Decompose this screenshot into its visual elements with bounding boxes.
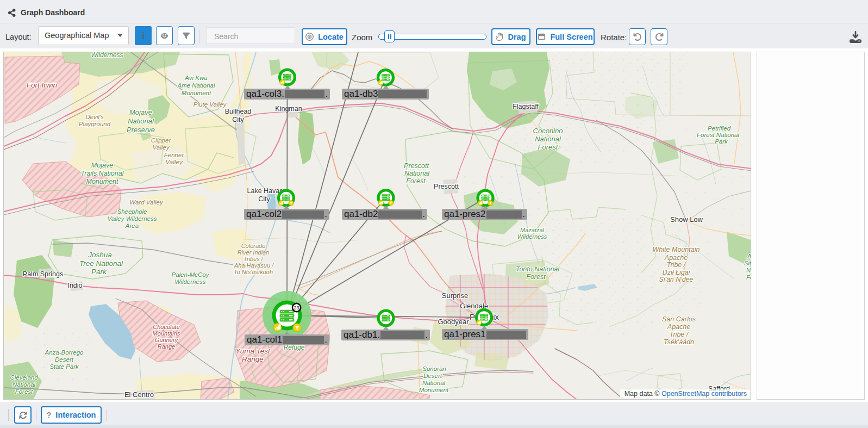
svg-text:Yuma Test: Yuma Test (235, 347, 271, 355)
svg-text:Chocolate: Chocolate (153, 324, 180, 330)
svg-text:Gunnery: Gunnery (155, 337, 179, 343)
svg-text:National: National (13, 381, 36, 388)
svg-text:Monument: Monument (419, 387, 449, 393)
svg-text:Sheephole: Sheephole (117, 208, 147, 215)
svg-text:City: City (232, 116, 244, 123)
svg-text:Tonto National: Tonto National (516, 265, 560, 273)
svg-text:Tsék'áádn: Tsék'áádn (664, 338, 694, 346)
svg-text:City: City (258, 195, 270, 203)
svg-text:Playground: Playground (79, 121, 111, 127)
svg-text:National: National (422, 380, 446, 386)
svg-text:Valley Wilderness: Valley Wilderness (108, 215, 157, 222)
svg-text:Apache: Apache (667, 323, 690, 331)
svg-text:Palm Springs: Palm Springs (23, 270, 63, 278)
svg-text:Forest: Forest (406, 177, 426, 185)
svg-text:Range: Range (158, 343, 175, 350)
svg-text:Devil's: Devil's (85, 114, 104, 120)
svg-text:Coconino: Coconino (533, 127, 563, 135)
svg-text:Park: Park (91, 268, 107, 276)
svg-text:Park: Park (715, 138, 728, 145)
svg-text:Tree National: Tree National (79, 259, 123, 268)
svg-text:Na: Na (746, 267, 751, 274)
svg-text:Dził Łigai: Dził Łigai (663, 269, 691, 276)
svg-text:Wilderness: Wilderness (175, 278, 206, 285)
svg-text:Fo: Fo (746, 274, 751, 281)
svg-text:Mountains: Mountains (153, 330, 180, 337)
svg-text:Forest National: Forest National (697, 132, 739, 138)
svg-text:Surprise: Surprise (442, 291, 468, 300)
svg-text:River Indian: River Indian (238, 249, 270, 256)
svg-text:Avi Kwa: Avi Kwa (184, 75, 207, 81)
svg-text:Kingman: Kingman (275, 105, 302, 113)
svg-text:Monument: Monument (182, 90, 211, 96)
svg-text:Colorado: Colorado (241, 243, 266, 249)
svg-text:Mojave: Mojave (129, 108, 152, 116)
svg-text:Prescott: Prescott (434, 183, 459, 190)
svg-text:Wilderness: Wilderness (517, 233, 547, 240)
svg-text:Fort Irwin: Fort Irwin (27, 81, 57, 89)
svg-text:National: National (404, 170, 430, 177)
svg-text:Forest: Forest (538, 143, 559, 151)
svg-text:Si'án N'dee: Si'án N'dee (659, 276, 693, 283)
svg-text:Ap: Ap (747, 253, 751, 259)
svg-text:Clipper: Clipper (151, 137, 172, 144)
svg-text:Trails National: Trails National (81, 170, 124, 177)
svg-text:Monument: Monument (86, 178, 118, 185)
svg-text:Palen-McCoy: Palen-McCoy (171, 271, 209, 278)
svg-text:Show Low: Show Low (670, 215, 703, 224)
svg-text:Piute Valley: Piute Valley (193, 101, 227, 108)
svg-text:Flagstaff: Flagstaff (513, 103, 539, 110)
svg-text:Anza-Borrego: Anza-Borrego (45, 349, 84, 356)
svg-text:Valley: Valley (153, 144, 170, 151)
svg-text:Prescott: Prescott (404, 162, 429, 170)
svg-text:23: 23 (294, 305, 299, 311)
svg-text:State Park: State Park (49, 363, 79, 370)
svg-text:Valley: Valley (166, 159, 183, 165)
svg-text:San Carlos: San Carlos (662, 315, 696, 323)
svg-text:Desert: Desert (423, 373, 442, 379)
svg-text:Tribes /: Tribes / (243, 256, 264, 262)
svg-text:Desert: Desert (55, 356, 74, 363)
svg-text:Mazatzal: Mazatzal (520, 227, 545, 233)
svg-text:To Nts'ósíkooh: To Nts'ósíkooh (234, 269, 273, 275)
svg-text:National: National (535, 135, 561, 143)
svg-text:Wilderness: Wilderness (91, 52, 123, 59)
svg-text:Sonoran: Sonoran (422, 365, 446, 372)
svg-text:Petrified: Petrified (708, 125, 731, 132)
svg-text:Apache: Apache (664, 254, 688, 262)
svg-text:Sitg: Sitg (744, 260, 751, 266)
svg-text:Forest: Forest (15, 388, 33, 395)
svg-text:Mojave: Mojave (91, 162, 113, 169)
svg-text:Indio: Indio (67, 282, 82, 289)
svg-text:Tribe /: Tribe / (670, 331, 689, 338)
svg-text:Ame National: Ame National (177, 82, 215, 89)
svg-text:Goodyear: Goodyear (438, 318, 469, 326)
svg-text:Area: Area (125, 222, 139, 229)
svg-text:Tribe /: Tribe / (667, 261, 686, 269)
svg-text:Ward Valley: Ward Valley (129, 199, 164, 206)
svg-text:Bullhead: Bullhead (225, 108, 252, 115)
svg-text:Joshua: Joshua (88, 251, 112, 259)
svg-text:Forest: Forest (526, 273, 546, 281)
svg-text:White Mountain: White Mountain (653, 246, 700, 253)
svg-text:Fenner: Fenner (164, 152, 185, 158)
svg-text:El Centro: El Centro (124, 390, 154, 399)
svg-text:'Aha Havasuu /: 'Aha Havasuu / (233, 262, 274, 269)
svg-text:Range: Range (242, 355, 264, 363)
svg-text:National: National (128, 117, 154, 125)
svg-text:Preserve: Preserve (127, 126, 155, 134)
svg-text:Cleveland: Cleveland (10, 374, 38, 381)
